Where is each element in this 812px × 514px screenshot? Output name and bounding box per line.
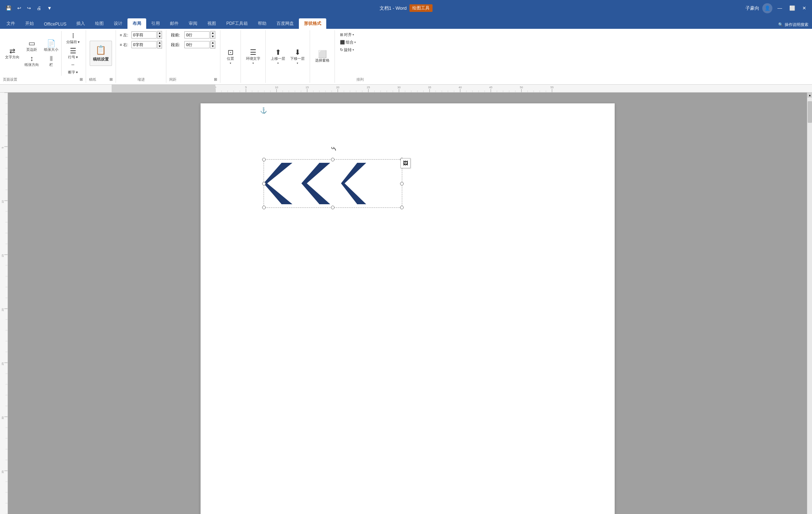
tab-design[interactable]: 设计 bbox=[109, 18, 127, 29]
spacing-group: 段前: ▲ ▼ 段后: ▲ ▼ 段前: 间距 ⊞ bbox=[166, 30, 220, 83]
handle-bottom-left[interactable] bbox=[262, 206, 266, 209]
line-numbers-button[interactable]: ☰ 行号 ▾ bbox=[63, 46, 83, 61]
tab-shape-format[interactable]: 形状格式 bbox=[299, 18, 326, 29]
page-setup-expand[interactable]: ⊞ bbox=[80, 77, 83, 82]
page-breaks-col: ⁞ 分隔符 ▾ ☰ 行号 ▾ ⁻ 断字 ▾ bbox=[61, 31, 83, 76]
draft-paper-group: 📋 稿纸设置 稿纸 ⊞ bbox=[86, 30, 116, 83]
help-search-button[interactable]: 🔍 操作说明搜索 bbox=[775, 21, 812, 29]
print-preview-button[interactable]: 🖨 bbox=[35, 5, 44, 12]
wrap-text-button[interactable]: ☰ 环绕文字 ▾ bbox=[244, 44, 263, 69]
svg-text:40: 40 bbox=[459, 86, 462, 89]
close-button[interactable]: ✕ bbox=[800, 5, 808, 12]
paper-size-button[interactable]: 📄 纸张大小 bbox=[42, 39, 60, 53]
rotate-handle[interactable] bbox=[329, 147, 336, 156]
tab-officeplus[interactable]: OfficePLUS bbox=[39, 19, 71, 29]
text-direction-button[interactable]: ⇄ 文字方向 bbox=[3, 43, 22, 64]
scroll-up-button[interactable]: ▲ bbox=[807, 93, 812, 98]
text-direction-icon: ⇄ bbox=[9, 47, 15, 54]
bring-forward-label: 上移一层 bbox=[271, 57, 285, 61]
tab-mailings[interactable]: 邮件 bbox=[165, 18, 184, 29]
tab-insert[interactable]: 插入 bbox=[71, 18, 90, 29]
orientation-button[interactable]: ↕ 纸张方向 bbox=[22, 54, 41, 68]
group-button[interactable]: ⬛ 组合 ▾ bbox=[338, 39, 358, 46]
handle-top-left[interactable] bbox=[262, 158, 266, 161]
handle-middle-right[interactable] bbox=[400, 182, 404, 186]
svg-text:25: 25 bbox=[1, 362, 4, 365]
scroll-track bbox=[807, 98, 812, 514]
customize-qa-button[interactable]: ▼ bbox=[45, 5, 54, 12]
spacing-before-input[interactable] bbox=[184, 31, 210, 39]
spacing-expand[interactable]: ⊞ bbox=[214, 77, 217, 82]
handle-top-middle[interactable] bbox=[331, 158, 335, 161]
tab-start[interactable]: 开始 bbox=[20, 18, 39, 29]
spacing-before-spinner[interactable]: ▲ ▼ bbox=[210, 31, 215, 39]
svg-text:10: 10 bbox=[275, 86, 278, 89]
select-pane-button[interactable]: ⬜ 选择窗格 bbox=[313, 44, 332, 69]
svg-text:45: 45 bbox=[489, 86, 493, 89]
hyphenation-button[interactable]: ⁻ 断字 ▾ bbox=[63, 61, 83, 76]
page-setup-group: ⇄ 文字方向 ▭ 页边距 ↕ 纸张方向 📄 纸张大小 bbox=[0, 30, 86, 83]
tab-pdf-tools[interactable]: PDF工具箱 bbox=[221, 18, 253, 29]
tab-baidu-pan[interactable]: 百度网盘 bbox=[272, 18, 299, 29]
redo-button[interactable]: ↪ bbox=[25, 5, 33, 12]
align-label: 对齐 bbox=[344, 32, 352, 37]
spacing-group-label: 间距 bbox=[169, 76, 176, 82]
handle-middle-left[interactable] bbox=[262, 182, 266, 186]
send-backward-button[interactable]: ⬇ 下移一层 ▾ bbox=[288, 44, 307, 69]
indent-left-spinner[interactable]: ▲ ▼ bbox=[157, 31, 162, 39]
scroll-thumb[interactable] bbox=[808, 101, 812, 123]
indent-left-down[interactable]: ▼ bbox=[158, 35, 162, 39]
indent-left-up[interactable]: ▲ bbox=[158, 31, 162, 35]
indent-inputs: ≡ 左: ▲ ▼ ≡ 右: ▲ ▼ bbox=[120, 31, 162, 76]
send-backward-label: 下移一层 bbox=[290, 57, 305, 61]
page-break-button[interactable]: ⁞ 分隔符 ▾ bbox=[63, 31, 83, 45]
tab-layout[interactable]: 布局 bbox=[127, 18, 146, 29]
spacing-after-label: 段后: bbox=[171, 42, 184, 48]
draft-paper-expand[interactable]: ⊞ bbox=[109, 77, 113, 82]
user-avatar[interactable]: 👤 bbox=[762, 3, 772, 13]
position-group: ⊡ 位置 ▾ bbox=[220, 30, 241, 83]
align-button[interactable]: ⊞ 对齐 ▾ bbox=[338, 31, 356, 39]
select-pane-group: ⬜ 选择窗格 bbox=[310, 30, 335, 83]
indent-left-input[interactable] bbox=[131, 31, 157, 39]
wrap-text-buttons: ☰ 环绕文字 ▾ bbox=[244, 31, 263, 82]
undo-button[interactable]: ↩ bbox=[15, 5, 23, 12]
position-button[interactable]: ⊡ 位置 ▾ bbox=[223, 44, 238, 69]
tab-references[interactable]: 引用 bbox=[146, 18, 165, 29]
layout-icon[interactable]: 🖼 bbox=[400, 158, 411, 168]
wrap-text-label: 环绕文字 bbox=[246, 57, 260, 61]
tab-help[interactable]: 帮助 bbox=[253, 18, 272, 29]
indent-right-up[interactable]: ▲ bbox=[158, 41, 162, 45]
columns-button[interactable]: ⫴ 栏 bbox=[42, 54, 60, 68]
rotate-button[interactable]: ↻ 旋转 ▾ bbox=[338, 46, 356, 54]
vertical-scrollbar[interactable]: ▲ ▼ bbox=[807, 93, 812, 514]
select-pane-buttons: ⬜ 选择窗格 bbox=[313, 31, 332, 82]
save-button[interactable]: 💾 bbox=[4, 5, 14, 12]
indent-right-spinner[interactable]: ▲ ▼ bbox=[157, 41, 162, 49]
indent-right-down[interactable]: ▼ bbox=[158, 45, 162, 48]
indent-right-input[interactable] bbox=[131, 41, 157, 48]
bring-forward-button[interactable]: ⬆ 上移一层 ▾ bbox=[269, 44, 287, 69]
spacing-after-spinner[interactable]: ▲ ▼ bbox=[210, 41, 215, 49]
maximize-button[interactable]: ⬜ bbox=[787, 5, 797, 12]
horizontal-ruler: 0510152025303540455055 bbox=[0, 85, 812, 93]
spacing-after-input[interactable] bbox=[184, 41, 210, 48]
margins-label: 页边距 bbox=[26, 48, 37, 52]
title-right-controls: 子豪向 👤 — ⬜ ✕ bbox=[745, 3, 808, 13]
tab-view[interactable]: 视图 bbox=[202, 18, 221, 29]
indent-left-label: ≡ 左: bbox=[120, 32, 131, 38]
svg-text:20: 20 bbox=[336, 86, 340, 89]
indent-group: ≡ 左: ▲ ▼ ≡ 右: ▲ ▼ 缩进 bbox=[116, 30, 166, 83]
handle-bottom-right[interactable] bbox=[400, 206, 404, 209]
tab-review[interactable]: 审阅 bbox=[184, 18, 202, 29]
handle-bottom-middle[interactable] bbox=[331, 206, 335, 209]
document-area[interactable]: ⚓ bbox=[8, 93, 807, 514]
draft-paper-button[interactable]: 📋 稿纸设置 bbox=[90, 41, 112, 66]
margins-button[interactable]: ▭ 页边距 bbox=[22, 39, 41, 53]
svg-text:35: 35 bbox=[428, 86, 431, 89]
group-label: 组合 bbox=[346, 40, 354, 45]
tab-file[interactable]: 文件 bbox=[1, 18, 20, 29]
tab-draw[interactable]: 绘图 bbox=[90, 18, 109, 29]
minimize-button[interactable]: — bbox=[775, 5, 784, 12]
indent-right-row: ≡ 右: ▲ ▼ bbox=[120, 41, 162, 49]
